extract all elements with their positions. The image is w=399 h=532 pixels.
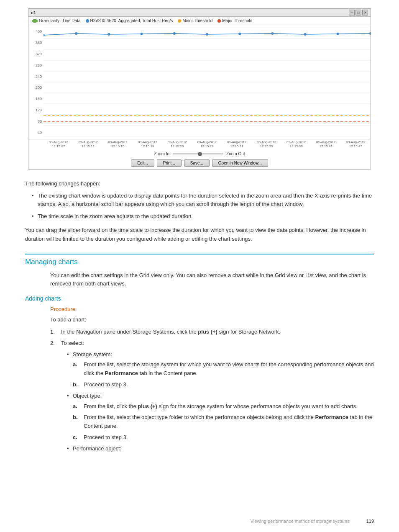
svg-point-23	[304, 33, 307, 36]
svg-point-22	[271, 32, 274, 35]
legend-granularity-label: Granularity : Live Data	[39, 18, 81, 23]
intro-bullet-1: The existing chart window is updated to …	[32, 192, 374, 209]
step-2-bullets: Storage system: a. From the list, select…	[61, 350, 374, 453]
managing-charts-heading: Managing charts	[25, 254, 374, 266]
storage-system-alpha: a. From the list, select the storage sys…	[73, 360, 374, 389]
intro-paragraph: You can drag the slider forward on the t…	[25, 226, 374, 244]
legend-major-dot	[217, 19, 221, 23]
legend-host-dot	[86, 19, 89, 23]
svg-point-17	[107, 33, 110, 36]
legend-minor-label: Minor Threshold	[182, 18, 212, 23]
legend-host-label: H3V300-4F20, Aggregated, Total Host Req/…	[90, 18, 173, 23]
chart-title: c1	[31, 10, 36, 15]
zoom-in-label: Zoom In	[154, 152, 169, 156]
chart-xaxis: 09-Aug-201212:15:07 09-Aug-201212:15:11 …	[28, 139, 371, 150]
svg-point-24	[337, 33, 339, 35]
legend-minor-dot	[178, 19, 181, 23]
svg-point-16	[75, 32, 77, 35]
svg-point-21	[238, 33, 241, 35]
chart-legend: Granularity : Live Data H3V300-4F20, Agg…	[28, 17, 371, 25]
chart-svg	[43, 28, 371, 136]
save-button[interactable]: Save...	[184, 159, 210, 167]
step-2-object-type: Object type: a. From the list, click the…	[67, 392, 374, 442]
zoom-slider[interactable]	[173, 153, 223, 154]
svg-point-25	[369, 32, 371, 35]
edit-button[interactable]: Edit...	[131, 159, 154, 167]
intro-section: The following changes happen: The existi…	[25, 180, 374, 244]
chart-body: 400 360 320 280 240 200 160 120 80 40	[28, 25, 371, 139]
step-2a-storage: a. From the list, select the storage sys…	[73, 360, 374, 378]
legend-item-major: Major Threshold	[217, 18, 252, 23]
chart-window: c1 ─ □ ✕ Granularity : Live Data H3V300-…	[28, 8, 371, 170]
chart-plot-area	[43, 28, 371, 136]
step-1: 1. In the Navigation pane under Storage …	[50, 328, 374, 337]
minimize-btn[interactable]: ─	[349, 10, 355, 15]
print-button[interactable]: Print...	[157, 159, 182, 167]
footer-page-number: 119	[366, 519, 374, 524]
intro-heading: The following changes happen:	[25, 180, 374, 188]
svg-point-19	[173, 32, 176, 35]
step-2: 2. To select: Storage system: a. From th…	[50, 339, 374, 456]
step-2a-object: a. From the list, click the plus (+) sig…	[73, 402, 374, 411]
zoom-slider-handle[interactable]	[198, 152, 202, 156]
chart-zoom-controls: Zoom In Zoom Out	[28, 150, 371, 158]
intro-bullet-list: The existing chart window is updated to …	[25, 192, 374, 221]
open-new-window-button[interactable]: Open in New Window...	[212, 159, 268, 167]
procedure-label: Procedure	[50, 306, 374, 312]
chart-action-buttons: Edit... Print... Save... Open in New Win…	[28, 158, 371, 169]
close-btn[interactable]: ✕	[362, 10, 368, 15]
svg-point-15	[43, 34, 45, 36]
adding-charts-intro-text: To add a chart:	[50, 316, 374, 324]
adding-charts-section: Adding charts Procedure To add a chart: …	[25, 295, 374, 455]
legend-item-minor: Minor Threshold	[178, 18, 212, 23]
chart-yaxis: 400 360 320 280 240 200 160 120 80 40	[28, 28, 43, 136]
adding-charts-steps: 1. In the Navigation pane under Storage …	[50, 328, 374, 456]
step-2-storage-system: Storage system: a. From the list, select…	[67, 350, 374, 389]
object-type-alpha: a. From the list, click the plus (+) sig…	[73, 402, 374, 442]
legend-major-label: Major Threshold	[222, 18, 252, 23]
adding-charts-heading: Adding charts	[25, 295, 374, 302]
step-2b-storage: b. Proceed to step 3.	[73, 380, 374, 389]
footer-text: Viewing performance metrics of storage s…	[251, 519, 350, 524]
chart-titlebar: c1 ─ □ ✕	[28, 9, 371, 17]
restore-btn[interactable]: □	[356, 10, 361, 15]
managing-charts-paragraph: You can edit the chart settings in the G…	[50, 271, 374, 289]
legend-item-host: H3V300-4F20, Aggregated, Total Host Req/…	[86, 18, 173, 23]
svg-point-18	[141, 33, 143, 35]
page-footer: Viewing performance metrics of storage s…	[251, 519, 374, 524]
chart-controls: ─ □ ✕	[349, 10, 368, 15]
step-2-perf-object: Performance object:	[67, 445, 374, 453]
managing-charts-section: Managing charts You can edit the chart s…	[25, 254, 374, 289]
svg-rect-1	[33, 19, 36, 23]
step-2b-object: b. From the list, select the object type…	[73, 413, 374, 431]
step-2c-object: c. Proceed to step 3.	[73, 433, 374, 442]
granularity-icon	[32, 19, 38, 23]
zoom-out-label: Zoom Out	[226, 152, 245, 156]
adding-charts-intro: To add a chart:	[50, 316, 374, 324]
legend-item-granularity: Granularity : Live Data	[32, 18, 81, 23]
intro-bullet-2: The time scale in the zoom area adjusts …	[32, 212, 374, 221]
managing-charts-content: You can edit the chart settings in the G…	[50, 271, 374, 289]
svg-point-20	[206, 33, 208, 36]
